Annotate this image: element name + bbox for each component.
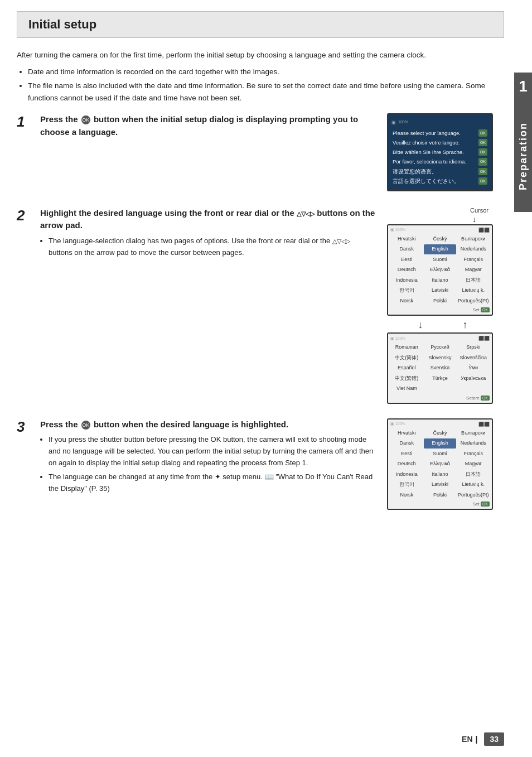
step-3-number: 3 xyxy=(17,418,33,514)
sidebar-label: Preparation xyxy=(518,122,529,190)
lang-Srpski: Srpski xyxy=(457,343,490,353)
step-3-bullet-2: The language can be changed at any time … xyxy=(49,471,376,495)
step-3-image: ▣ 100% ⬛⬛ Hrvatski Český Български Dansk xyxy=(387,418,499,514)
main-content: After turning the camera on for the firs… xyxy=(17,49,504,513)
arrow-icons-2: △▽◁▷ xyxy=(332,237,350,247)
chapter-num-text: 1 xyxy=(519,78,528,95)
ok-button-icon-3: OK xyxy=(81,421,90,430)
grid-footer-3: Set OK xyxy=(390,502,490,507)
step-1-text: Press the OK button when the initial set… xyxy=(40,113,376,142)
lang-Deutsch-3: Deutsch xyxy=(390,459,423,469)
lang-Latviski-3: Latviski xyxy=(424,480,457,490)
lang-Bulgarian-3: Български xyxy=(457,428,490,438)
chapter-number: 1 xyxy=(514,73,532,100)
page-footer: EN | 33 xyxy=(0,732,532,746)
sidebar-preparation: Preparation xyxy=(514,100,532,212)
lang-English-1: English xyxy=(424,244,457,254)
intro-bullet-1: Date and time information is recorded on… xyxy=(28,66,499,79)
lang-Hrvatski: Hrvatski xyxy=(390,234,423,244)
lang-line-2: Veuillez choisir votre langue. OK xyxy=(391,138,489,147)
step-3: 3 Press the OK button when the desired l… xyxy=(17,418,499,514)
lang-Eesti-3: Eesti xyxy=(390,449,423,459)
lang-Italiano-3: Italiano xyxy=(424,470,457,480)
lang-Umi: Ўми xyxy=(457,363,490,373)
lang-Japanese: 日本語 xyxy=(457,276,490,286)
lang-Cesky: Český xyxy=(424,234,457,244)
lang-Cesky-3: Český xyxy=(424,428,457,438)
between-arrows: ↓ ↑ xyxy=(398,319,487,331)
lang-Bulgarian: Български xyxy=(457,234,490,244)
grid-footer-1: Set OK xyxy=(390,307,490,312)
lang-Deutsch: Deutsch xyxy=(390,265,423,275)
lang-Indonesia-3: Indonesia xyxy=(390,470,423,480)
lang-Portuguese: Português(Pt) xyxy=(457,296,490,306)
lang-grid-page3: Hrvatski Český Български Dansk English N… xyxy=(390,428,490,500)
lang-Latviski: Latviski xyxy=(424,286,457,296)
page-number: 33 xyxy=(484,732,504,746)
screen-lang-grid-3: ▣ 100% ⬛⬛ Hrvatski Český Български Dansk xyxy=(387,418,493,510)
step-3-bullet-1: If you press the shutter button before p… xyxy=(49,434,376,469)
intro-bullets: Date and time information is recorded on… xyxy=(28,66,499,105)
lang-Eesti: Eesti xyxy=(390,255,423,265)
grid-header-2: ▣ 100% ⬛⬛ xyxy=(390,336,490,341)
screen-lang-grid-1: ▣ 100% ⬛⬛ Hrvatski Český Български Dansk xyxy=(387,224,493,316)
step-1: 1 Press the OK button when the initial s… xyxy=(17,113,499,196)
step-1-number: 1 xyxy=(17,113,33,196)
lang-Turkish: Türkçe xyxy=(424,374,457,384)
ok-button-icon-1: OK xyxy=(81,115,90,124)
step-2-bullets: The language-selection dialog has two pa… xyxy=(49,235,376,259)
lang-Nederlands: Nederlands xyxy=(457,244,490,254)
lang-Greek: Ελληνικά xyxy=(424,265,457,275)
lang-Hrvatski-3: Hrvatski xyxy=(390,428,423,438)
step-3-text: Press the OK button when the desired lan… xyxy=(40,418,376,496)
lang-English-3: English xyxy=(424,438,457,449)
lang-Greek-3: Ελληνικά xyxy=(424,459,457,469)
page-container: 1 Preparation Initial setup After turnin… xyxy=(0,0,532,757)
step-1-content: Press the OK button when the initial set… xyxy=(40,113,499,196)
up-arrow: ↑ xyxy=(463,319,468,331)
cursor-label: Cursor xyxy=(470,207,489,214)
lang-Svenska: Svenska xyxy=(424,363,457,373)
lang-empty-1 xyxy=(424,384,457,394)
intro-text: After turning the camera on for the firs… xyxy=(17,49,499,61)
step-2-title: Highlight the desired language using the… xyxy=(40,207,376,232)
lang-Chinese-trad: 中文(繁體) xyxy=(390,374,423,384)
lang-Lithuanian: Lietuvių k. xyxy=(457,286,490,296)
screen-lang-grid-2: ▣ 100% ⬛⬛ Romanian Русский Srpski 中文(简体) xyxy=(387,332,493,404)
lang-Magyar: Magyar xyxy=(457,265,490,275)
lang-Espanol: Español xyxy=(390,363,423,373)
ok-icon-inline: OK xyxy=(211,435,221,443)
screen-lang-prompt: ▣ 100% Please select your language. OK V… xyxy=(387,113,493,191)
lang-Slovensky: Slovensky xyxy=(424,353,457,363)
step-1-image: ▣ 100% Please select your language. OK V… xyxy=(387,113,499,196)
lang-Russian: Русский xyxy=(424,343,457,353)
lang-Japanese-3: 日本語 xyxy=(457,470,490,480)
lang-grid-page2: Romanian Русский Srpski 中文(简体) Slovensky… xyxy=(390,343,490,394)
step-1-title: Press the OK button when the initial set… xyxy=(40,113,376,138)
grid-footer-2: Setare OK xyxy=(390,396,490,401)
lang-Dansk: Dansk xyxy=(390,244,423,254)
lang-Norsk-3: Norsk xyxy=(390,490,423,500)
lang-Korean-3: 한국어 xyxy=(390,480,423,490)
step-3-bullets: If you press the shutter button before p… xyxy=(49,434,376,494)
en-label: EN xyxy=(462,735,472,744)
lang-Ukrainian: Українська xyxy=(457,374,490,384)
page-separator: | xyxy=(476,735,478,744)
lang-Polski-3: Polski xyxy=(424,490,457,500)
lang-line-1: Please select your language. OK xyxy=(391,128,489,138)
step-3-content: Press the OK button when the desired lan… xyxy=(40,418,499,514)
lang-Chinese-simp: 中文(简体) xyxy=(390,353,423,363)
step-2-content: Highlight the desired language using the… xyxy=(40,207,499,407)
lang-VietNam: Viet Nam xyxy=(390,384,423,394)
down-arrow: ↓ xyxy=(418,319,423,331)
lang-Portuguese-3: Português(Pt) xyxy=(457,490,490,500)
intro-bullet-2: The file name is also included with the … xyxy=(28,80,499,105)
lang-Magyar-3: Magyar xyxy=(457,459,490,469)
step-2: 2 Highlight the desired language using t… xyxy=(17,207,499,407)
arrow-icons: △▽◁▷ xyxy=(297,209,315,219)
step-2-images: Cursor ↓ ▣ 100% ⬛⬛ xyxy=(387,207,499,407)
cursor-area: Cursor xyxy=(387,207,499,214)
lang-Francais: Français xyxy=(457,255,490,265)
lang-Suomi: Suomi xyxy=(424,255,457,265)
lang-Lithuanian-3: Lietuvių k. xyxy=(457,480,490,490)
